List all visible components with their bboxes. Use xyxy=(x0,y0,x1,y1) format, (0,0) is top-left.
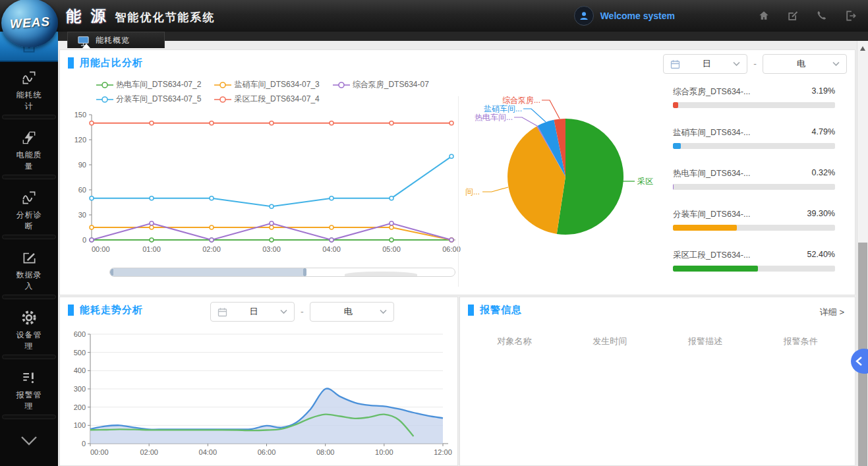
sidebar-item-analysis[interactable]: 分析诊断 xyxy=(0,182,58,232)
sidebar-item-label: 设备管理 xyxy=(14,330,44,352)
ranking-row: 分装车间_DTS634-...39.30% xyxy=(673,209,835,231)
svg-text:08:00: 08:00 xyxy=(316,448,335,456)
home-icon[interactable] xyxy=(757,9,770,22)
ranking-bar-track xyxy=(673,102,835,108)
sidebar: 能耗统计 电能质量 分析诊断 数据录入 设备管理 xyxy=(0,32,58,466)
ranking-row: 热电车间_DTS634-...0.32% xyxy=(673,168,835,190)
ranking-bar-track xyxy=(673,266,835,272)
weas-logo-text: WEAS xyxy=(9,15,50,32)
alarm-column-header: 发生时间 xyxy=(562,335,658,347)
ranking-percent: 4.79% xyxy=(812,127,835,138)
select-separator: - xyxy=(301,306,304,317)
alarm-list-icon xyxy=(20,368,38,388)
sidebar-item-expand[interactable] xyxy=(0,422,58,451)
svg-text:盐硝车间...: 盐硝车间... xyxy=(484,104,522,113)
sidebar-divider xyxy=(2,295,56,299)
svg-text:12:00: 12:00 xyxy=(434,448,452,456)
datazoom-handle-right[interactable] xyxy=(303,268,306,276)
sidebar-item-label: 能耗统计 xyxy=(14,90,44,112)
ranking-name: 综合泵房_DTS634-... xyxy=(673,86,750,98)
phone-icon[interactable] xyxy=(815,9,828,22)
legend-item[interactable]: 采区工段_DTS634-07_4 xyxy=(214,94,319,105)
trend-energy-type-select[interactable]: 电 xyxy=(310,302,394,322)
line-legend: 热电车间_DTS634-07_2盐硝车间_DTS634-07_3综合泵房_DTS… xyxy=(96,79,429,108)
usage-period-select[interactable]: 日 xyxy=(663,54,747,74)
trend-area-chart: 010020030040050060000:0002:0004:0006:000… xyxy=(64,328,453,465)
logout-icon[interactable] xyxy=(844,9,857,22)
svg-text:03:00: 03:00 xyxy=(262,245,281,253)
trend-energy-type-value: 电 xyxy=(317,306,380,318)
sidebar-item-alarm-mgmt[interactable]: 报警管理 xyxy=(0,362,58,412)
sidebar-item-data-entry[interactable]: 数据录入 xyxy=(0,242,58,292)
svg-text:综合泵房...: 综合泵房... xyxy=(502,96,540,105)
chevron-down-icon xyxy=(380,309,387,314)
ranking-bar-fill xyxy=(673,184,674,190)
svg-text:60: 60 xyxy=(78,186,86,194)
tab-bar: 能耗概览 xyxy=(58,32,868,41)
alarm-detail-link[interactable]: 详细 > xyxy=(820,306,844,318)
datazoom-handle-left[interactable] xyxy=(110,268,113,276)
app-title-primary: 能 源 xyxy=(66,6,108,26)
sidebar-item-device-mgmt[interactable]: 设备管理 xyxy=(0,302,58,352)
legend-item[interactable]: 分装车间_DTS634-07_5 xyxy=(96,94,201,105)
svg-text:采区: 采区 xyxy=(637,177,653,186)
svg-text:0: 0 xyxy=(82,440,86,448)
ranking-row: 采区工段_DTS634-...52.40% xyxy=(673,250,835,272)
sidebar-divider xyxy=(2,115,56,119)
usage-energy-type-value: 电 xyxy=(770,58,832,70)
select-separator: - xyxy=(753,59,757,69)
ranking-percent: 3.19% xyxy=(812,86,835,98)
svg-text:02:00: 02:00 xyxy=(140,448,158,456)
header-actions xyxy=(757,9,857,22)
ranking-row: 综合泵房_DTS634-...3.19% xyxy=(673,86,835,108)
datazoom-range[interactable] xyxy=(110,268,306,276)
datazoom-slider[interactable] xyxy=(109,268,455,277)
wave-icon xyxy=(20,188,38,208)
page-scrollbar xyxy=(857,41,868,466)
svg-text:01:00: 01:00 xyxy=(142,245,161,253)
ranking-bar-fill xyxy=(673,143,681,149)
calendar-icon xyxy=(217,307,227,317)
usage-period-value: 日 xyxy=(680,58,733,70)
svg-text:05:00: 05:00 xyxy=(382,245,401,253)
ranking-bar-track xyxy=(673,143,835,149)
legend-item[interactable]: 热电车间_DTS634-07_2 xyxy=(96,79,201,90)
chevron-down-icon xyxy=(733,61,740,67)
svg-text:00:00: 00:00 xyxy=(92,245,110,253)
tab-energy-overview[interactable]: 能耗概览 xyxy=(67,32,165,48)
panel-trend-analysis: 能耗走势分析 日 - 电 xyxy=(59,297,458,466)
ranking-percent: 39.30% xyxy=(807,209,835,220)
usage-line-chart: 030609012015000:0001:0002:0003:0004:0005… xyxy=(65,105,461,264)
lightning-icon xyxy=(20,128,38,148)
usage-ranking-list: 综合泵房_DTS634-...3.19%盐硝车间_DTS634-...4.79%… xyxy=(673,86,835,291)
scroll-up-arrow[interactable] xyxy=(860,46,865,51)
sidebar-divider xyxy=(2,175,56,179)
edit-icon[interactable] xyxy=(786,9,799,22)
trend-icon xyxy=(20,68,38,88)
sidebar-item-power-quality[interactable]: 电能质量 xyxy=(0,122,58,172)
sidebar-item-energy-stats[interactable]: 能耗统计 xyxy=(0,62,58,112)
alarm-column-header: 对象名称 xyxy=(467,335,562,347)
ranking-bar-track xyxy=(673,184,835,190)
panel-trend-title: 能耗走势分析 xyxy=(68,304,143,316)
alarm-column-header: 报警描述 xyxy=(658,335,753,347)
usage-energy-type-select[interactable]: 电 xyxy=(763,54,847,74)
app-title: 能 源 智能优化节能系统 xyxy=(66,6,215,26)
panel-alarm-title: 报警信息 xyxy=(468,304,522,316)
tab-label: 能耗概览 xyxy=(96,35,130,46)
legend-item[interactable]: 综合泵房_DTS634-07 xyxy=(333,79,429,90)
calendar-icon xyxy=(670,59,680,69)
ranking-name: 采区工段_DTS634-... xyxy=(673,250,750,261)
main-content: 用能占比分析 日 - 电 xyxy=(58,41,857,466)
sidebar-divider xyxy=(2,415,56,419)
svg-text:150: 150 xyxy=(74,111,86,119)
panel-alarm-info: 报警信息 详细 > 对象名称发生时间报警描述报警条件 xyxy=(459,297,855,466)
ranking-bar-fill xyxy=(673,102,678,108)
legend-item[interactable]: 盐硝车间_DTS634-07_3 xyxy=(214,79,319,90)
ranking-percent: 0.32% xyxy=(812,168,835,179)
chevron-down-icon xyxy=(18,431,40,451)
title-accent-bar xyxy=(68,305,74,316)
trend-period-select[interactable]: 日 xyxy=(210,302,295,322)
sidebar-divider xyxy=(2,235,56,239)
svg-text:04:00: 04:00 xyxy=(199,448,217,456)
